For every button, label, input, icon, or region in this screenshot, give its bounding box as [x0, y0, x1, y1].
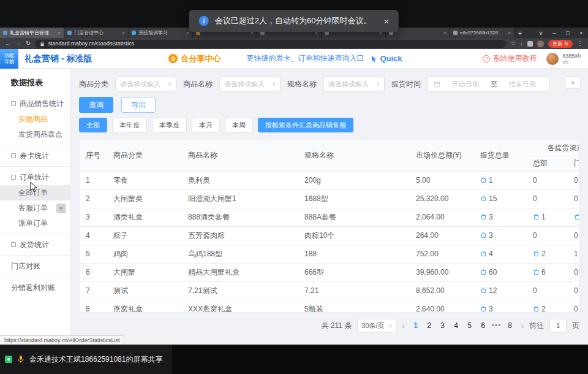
spec-select[interactable]: 请选择或输入 ∨: [323, 77, 385, 91]
cell-no: 5: [80, 245, 107, 263]
sidebar-item-分销返利对账[interactable]: 分销返利对账: [0, 280, 70, 296]
sidebar-item-订单统计[interactable]: 订单统计: [0, 169, 70, 185]
sidebar-item-全部订单[interactable]: 全部订单: [0, 185, 70, 200]
cell-total: 39,960.00: [410, 263, 474, 281]
forward-icon[interactable]: →: [15, 40, 21, 47]
export-button[interactable]: 导出: [121, 97, 156, 113]
cell-value: 0: [574, 194, 578, 203]
downloads-icon[interactable]: ↓: [520, 40, 523, 47]
cell-hq: 1: [527, 208, 568, 226]
cell-value: 4: [86, 231, 90, 240]
quick-filter-本月[interactable]: 本月: [192, 118, 220, 132]
update-refresh-icon: ↻: [564, 41, 568, 47]
category-select[interactable]: 请选择或输入 ∨: [115, 77, 176, 91]
reload-icon[interactable]: ↻: [26, 40, 31, 47]
quick-entry-link[interactable]: 更快捷的券卡、订单和快递查询入口: [246, 53, 364, 64]
page-number-8[interactable]: 8: [505, 321, 516, 330]
share-center-link[interactable]: 合 合分享中心: [168, 53, 221, 64]
cell-value: 0: [533, 231, 537, 240]
tab-search-icon[interactable]: ∨: [534, 28, 548, 38]
user-info: 8385xh xh: [562, 53, 581, 65]
quick-filter-本年度[interactable]: 本年度: [112, 118, 147, 132]
page-number-4[interactable]: 4: [451, 321, 462, 330]
browser-tab[interactable]: e8c573980b1328a258fd2e6f×: [450, 28, 514, 38]
table-row: 1零食奥利奥200g5.00100: [80, 171, 579, 189]
cell-value: 3: [489, 213, 493, 221]
extensions-icon[interactable]: [527, 41, 533, 47]
bookmark-star-icon[interactable]: ☆: [510, 40, 516, 47]
page-number-1[interactable]: 1: [410, 321, 421, 330]
tutorial-icon: ?: [483, 55, 490, 63]
quick-button[interactable]: Quick: [371, 54, 402, 63]
sidebar-item-label: 全部订单: [18, 188, 48, 198]
sidebar-item-实物商品[interactable]: 实物商品: [0, 112, 70, 127]
cell-value: 肉粽10个: [304, 231, 334, 240]
prev-page-icon[interactable]: ‹: [402, 321, 404, 330]
browser-tab[interactable]: 门店管理中心×: [64, 28, 129, 38]
sidebar-item-券卡统计[interactable]: 券卡统计: [0, 148, 70, 164]
tab-close-icon[interactable]: ×: [58, 30, 61, 36]
cell-value: 粽子: [113, 231, 128, 240]
tutorial-link[interactable]: ? 系统使用教程: [483, 53, 537, 64]
next-page-icon[interactable]: ›: [521, 321, 524, 330]
divider: [0, 277, 70, 277]
sidebar-item-label: 实物商品: [18, 114, 48, 124]
menu-kebab-icon[interactable]: ⋮: [577, 40, 583, 47]
address-bar[interactable]: standard.maboy.cn/GoodsStatistics: [35, 40, 506, 48]
user-avatar[interactable]: [546, 53, 559, 65]
cell-value: 0: [574, 176, 578, 185]
browser-tab[interactable]: 礼盒营销平台管理中心×: [0, 28, 64, 38]
page-number-2[interactable]: 2: [424, 321, 435, 330]
update-button[interactable]: 更新↻: [548, 40, 573, 48]
collapse-filters-button[interactable]: »: [565, 76, 581, 89]
page-number-5[interactable]: 5: [464, 321, 475, 330]
table-row: 6大闸蟹精品大闸蟹礼盒666型39,960.006060: [80, 263, 579, 281]
goto-page-input[interactable]: [549, 319, 567, 332]
browser-profile-avatar[interactable]: [537, 40, 544, 47]
quick-filter-本季度[interactable]: 本季度: [152, 118, 187, 132]
tab-close-icon[interactable]: ×: [122, 30, 125, 36]
cell-value: 1: [86, 176, 90, 185]
tab-favicon-icon: [3, 31, 7, 35]
toast-message: 会议已超过2人，自动转为60分钟限时会议。: [215, 15, 372, 26]
window-maximize-button[interactable]: □: [561, 28, 575, 38]
page-size-select[interactable]: 30条/页 ∨: [357, 319, 396, 332]
browser-tab[interactable]: 系统培训学习×: [129, 28, 193, 38]
quick-filter-本周[interactable]: 本周: [225, 118, 253, 132]
sidebar-item-商品销售统计[interactable]: 商品销售统计: [0, 96, 70, 112]
sidebar-item-发货商品盘点[interactable]: 发货商品盘点: [0, 127, 70, 142]
cell-category: 大闸蟹: [107, 263, 182, 281]
product-name-select[interactable]: 请选择或输入 ∨: [219, 77, 281, 91]
divider: [0, 255, 70, 256]
page-number-6[interactable]: 6: [478, 321, 489, 330]
window-close-button[interactable]: ×: [575, 28, 588, 38]
window-minimize-button[interactable]: –: [548, 28, 561, 38]
pickup-date-range[interactable]: 开始日期 至 结束日期: [428, 77, 550, 91]
summary-button[interactable]: 按检索条件汇总商品销售额: [258, 118, 353, 132]
toast-close-icon[interactable]: ×: [383, 16, 389, 26]
chevron-down-icon: ∨: [168, 82, 172, 87]
cell-no: 2: [80, 189, 107, 208]
cell-value: 2: [541, 250, 546, 258]
tab-close-icon[interactable]: ×: [508, 30, 511, 36]
cell-value: 1: [489, 176, 493, 185]
function-nav-badge[interactable]: 功能 导航: [0, 49, 18, 69]
sidebar-item-派单订单[interactable]: 派单订单: [0, 216, 70, 231]
page-number-3[interactable]: 3: [437, 321, 448, 330]
search-button[interactable]: 查询: [79, 97, 113, 113]
chevron-down-icon: ∨: [272, 82, 276, 87]
quick-filter-全部[interactable]: 全部: [79, 118, 107, 132]
tab-close-icon[interactable]: ×: [186, 30, 189, 36]
cell-value: 0: [574, 268, 578, 277]
sidebar-item-门店对账[interactable]: 门店对账: [0, 258, 70, 274]
back-icon[interactable]: ←: [5, 40, 11, 47]
pickup-bag-icon: [480, 305, 487, 312]
new-tab-button[interactable]: +: [514, 28, 526, 38]
sidebar-drag-handle[interactable]: ≡: [56, 204, 66, 213]
browser-toolbar: ← → ↻ standard.maboy.cn/GoodsStatistics …: [0, 38, 588, 49]
cell-value: 0: [574, 305, 578, 313]
sidebar-item-发货统计[interactable]: 发货统计: [0, 237, 70, 253]
cell-no: 7: [80, 281, 107, 300]
tab-close-icon[interactable]: ×: [443, 30, 447, 36]
toolbar-actions: ☆ ↓ 更新↻ ⋮: [510, 40, 583, 48]
